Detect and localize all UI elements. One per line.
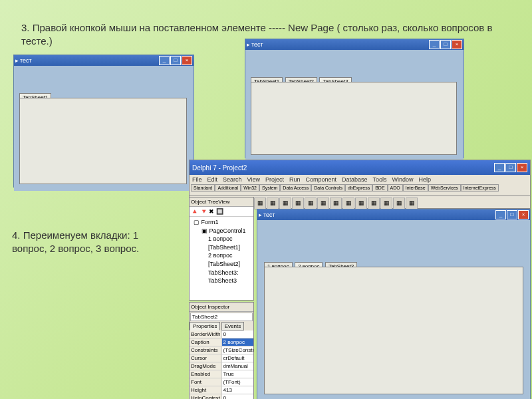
tree-toolbar[interactable]: 🔺 🔻 ✖ 🔲 (190, 207, 253, 217)
ide-menu[interactable]: FileEditSearchViewProjectRunComponentDat… (190, 175, 530, 184)
close-icon[interactable]: × (182, 56, 192, 65)
window-title: тест (19, 57, 158, 64)
object-inspector: Object Inspector TabSheet2 Properties Ev… (189, 302, 254, 399)
tool-icon[interactable]: ▦ (342, 198, 354, 209)
property-grid[interactable]: BorderWidth0 Caption2 вопрос Constraints… (190, 331, 253, 399)
minimize-icon[interactable]: _ (494, 163, 505, 172)
treeview-title: Object TreeView (190, 198, 253, 207)
tool-icon[interactable]: ▦ (368, 198, 380, 209)
tool-icon[interactable]: ▦ (406, 198, 418, 209)
titlebar-1: ▸ тест _ □ × (14, 55, 194, 66)
tree-item[interactable]: 2 вопрос [TabSheet2] (191, 251, 252, 268)
tree-item[interactable]: TabSheet3: TabSheet3 (191, 269, 252, 285)
minimize-icon[interactable]: _ (495, 210, 506, 219)
tab-panel-2[interactable] (251, 82, 457, 155)
minimize-icon[interactable]: _ (429, 40, 440, 49)
delphi-ide: Delphi 7 - Project2 _ □ × FileEditSearch… (189, 160, 531, 197)
tool-icon[interactable]: ▦ (317, 198, 329, 209)
tool-icon[interactable]: ▦ (305, 198, 317, 209)
tool-icon[interactable]: ▦ (355, 198, 367, 209)
close-icon[interactable]: × (518, 210, 529, 219)
tool-icon[interactable]: ▦ (380, 198, 392, 209)
instruction-4: 4. Переименуем вкладки: 1 вопрос, 2 вопр… (12, 229, 158, 255)
tool-icon[interactable]: ▦ (393, 198, 405, 209)
tool-icon[interactable]: ▦ (279, 198, 291, 209)
maximize-icon[interactable]: □ (170, 56, 181, 65)
tab-panel-1[interactable] (19, 98, 187, 184)
inspector-title: Object Inspector (190, 303, 253, 312)
form-window-3: ▸ тест _ □ × 1 вопрос 2 вопрос TabSheet3 (257, 209, 531, 399)
maximize-icon[interactable]: □ (507, 210, 517, 219)
minimize-icon[interactable]: _ (159, 56, 170, 65)
close-icon[interactable]: × (452, 40, 462, 49)
window-title: тест (250, 41, 428, 48)
tree-pagecontrol[interactable]: ▣ PageControl1 (191, 227, 252, 235)
tool-icon[interactable]: ▦ (254, 198, 266, 209)
component-tabs[interactable]: StandardAdditionalWin32SystemData Access… (190, 184, 530, 192)
tool-icon[interactable]: ▦ (292, 198, 304, 209)
tree-item[interactable]: 1 вопрос [TabSheet1] (191, 235, 252, 251)
form-window-1: ▸ тест _ □ × TabSheet1 (13, 55, 194, 188)
titlebar-2: ▸ тест _ □ × (245, 39, 464, 50)
maximize-icon[interactable]: □ (505, 163, 516, 172)
tree-root[interactable]: ▢ Form1 (191, 218, 252, 227)
inspector-object[interactable]: TabSheet2 (190, 313, 253, 321)
tool-icon[interactable]: ▦ (330, 198, 342, 209)
inspector-tab-props[interactable]: Properties (190, 322, 220, 331)
ide-title-text: Delphi 7 - Project2 (192, 164, 247, 172)
object-treeview: Object TreeView 🔺 🔻 ✖ 🔲 ▢ Form1 ▣ PageCo… (189, 197, 254, 301)
tool-icon[interactable]: ▦ (267, 198, 279, 209)
close-icon[interactable]: × (517, 163, 527, 172)
window-title: тест (262, 211, 495, 218)
form-window-2: ▸ тест _ □ × TabSheet1 TabSheet2 TabShee… (245, 39, 464, 158)
tab-panel-3[interactable] (264, 267, 523, 394)
inspector-tab-events[interactable]: Events (221, 322, 244, 331)
ide-titlebar: Delphi 7 - Project2 _ □ × (190, 160, 530, 175)
titlebar-3: ▸ тест _ □ × (257, 209, 530, 220)
maximize-icon[interactable]: □ (440, 40, 451, 49)
